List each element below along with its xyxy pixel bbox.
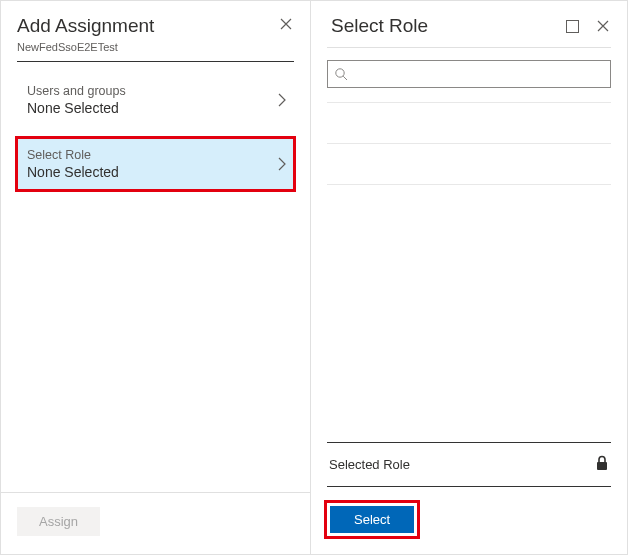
add-assignment-panel: Add Assignment NewFedSsoE2ETest Users an… <box>1 1 311 554</box>
divider <box>327 47 611 48</box>
add-assignment-title: Add Assignment <box>17 15 154 37</box>
users-and-groups-row[interactable]: Users and groups None Selected <box>17 74 294 126</box>
divider <box>327 143 611 144</box>
close-icon[interactable] <box>278 15 294 34</box>
divider <box>327 184 611 185</box>
right-footer: Select <box>311 487 627 554</box>
selected-role-section: Selected Role <box>327 442 611 487</box>
search-input[interactable] <box>354 67 604 82</box>
select-role-label: Select Role <box>27 148 119 162</box>
svg-line-1 <box>343 76 347 80</box>
left-footer: Assign <box>1 492 310 554</box>
divider <box>327 102 611 103</box>
select-button[interactable]: Select <box>330 506 414 533</box>
assign-button[interactable]: Assign <box>17 507 100 536</box>
divider <box>17 61 294 62</box>
select-role-row[interactable]: Select Role None Selected <box>17 138 294 190</box>
right-header: Select Role <box>311 1 627 47</box>
svg-rect-2 <box>597 462 607 470</box>
role-list <box>327 96 611 442</box>
chevron-right-icon <box>278 93 286 107</box>
select-button-highlight: Select <box>327 503 417 536</box>
svg-point-0 <box>336 69 344 77</box>
search-field[interactable] <box>327 60 611 88</box>
app-name-subtitle: NewFedSsoE2ETest <box>1 41 310 61</box>
maximize-icon[interactable] <box>566 20 579 33</box>
left-header: Add Assignment <box>1 1 310 45</box>
select-role-panel: Select Role Selected Role Se <box>311 1 627 554</box>
users-groups-value: None Selected <box>27 100 126 116</box>
lock-icon <box>595 455 609 474</box>
select-role-title: Select Role <box>331 15 428 37</box>
users-groups-label: Users and groups <box>27 84 126 98</box>
chevron-right-icon <box>278 157 286 171</box>
selected-role-label: Selected Role <box>329 457 410 472</box>
select-role-value: None Selected <box>27 164 119 180</box>
search-icon <box>334 67 348 81</box>
close-icon[interactable] <box>595 17 611 36</box>
